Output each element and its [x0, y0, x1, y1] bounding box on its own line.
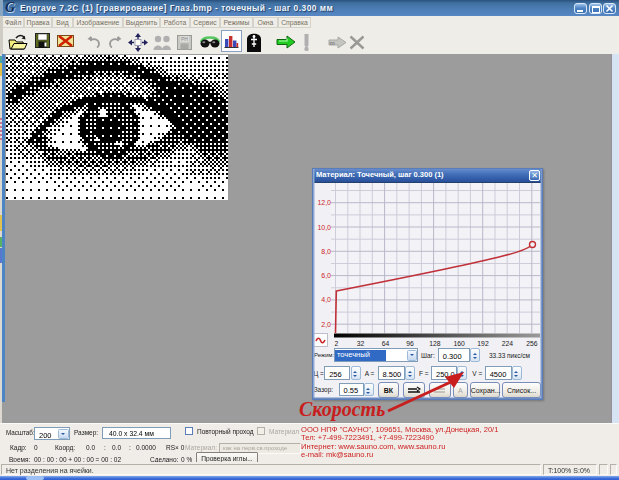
svg-text:m: m: [330, 40, 335, 46]
svg-text:PH: PH: [181, 36, 188, 42]
